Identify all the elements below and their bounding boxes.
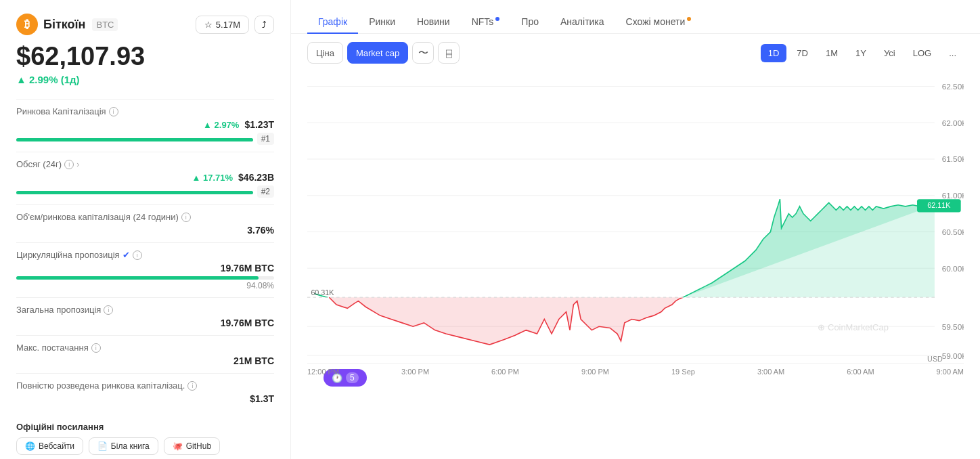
- line-chart-btn[interactable]: 〜: [412, 42, 434, 64]
- fdv-label: Повністю розведена ринкова капіталізац.: [16, 380, 185, 391]
- market-cap-info-icon[interactable]: i: [109, 107, 118, 116]
- tab-nfts[interactable]: NFTs: [461, 11, 511, 34]
- nfts-dot: [495, 17, 499, 21]
- period-all-btn[interactable]: Усі: [876, 44, 903, 62]
- share-icon: ⤴: [262, 20, 267, 30]
- candle-chart-icon: ⌸: [446, 47, 452, 59]
- vol-mcap-value: 3.76%: [247, 225, 274, 236]
- coin-logo: ₿: [16, 14, 38, 35]
- tab-analytics[interactable]: Аналітика: [550, 11, 615, 34]
- tab-news[interactable]: Новини: [406, 11, 461, 34]
- share-button[interactable]: ⤴: [254, 16, 274, 34]
- svg-text:62.00K: 62.00K: [942, 118, 964, 128]
- total-supply-value: 19.76M BTC: [221, 318, 274, 328]
- period-1m-btn[interactable]: 1M: [818, 44, 845, 62]
- whitepaper-label: Біла книга: [111, 441, 150, 451]
- github-icon: 🐙: [173, 441, 183, 451]
- svg-text:61.50K: 61.50K: [942, 154, 964, 164]
- tab-markets[interactable]: Ринки: [358, 11, 406, 34]
- star-icon: ☆: [204, 20, 213, 30]
- verified-icon: ✔: [122, 250, 130, 260]
- svg-text:61.00K: 61.00K: [942, 191, 964, 200]
- circ-supply-label: Циркуляційна пропозиція: [16, 250, 120, 260]
- website-label: Вебсайти: [39, 441, 74, 451]
- volume-label: Обсяг (24г): [16, 159, 62, 169]
- tab-grafik[interactable]: Графік: [307, 11, 358, 34]
- period-1d-btn[interactable]: 1D: [761, 44, 787, 62]
- svg-text:59.00K: 59.00K: [942, 351, 964, 361]
- price-main: $62,107.93: [16, 42, 274, 71]
- price-chart[interactable]: 62.50K 62.00K 61.50K 61.00K 60.50K 60.00…: [307, 72, 964, 363]
- vol-mcap-label: Об'єм/ринкова капіталізація (24 години): [16, 212, 179, 222]
- volume-change: ▲ 17.71%: [192, 173, 233, 183]
- chart-area: 62.50K 62.00K 61.50K 61.00K 60.50K 60.00…: [291, 72, 980, 459]
- period-7d-btn[interactable]: 7D: [789, 44, 816, 62]
- circ-supply-value: 19.76M BTC: [221, 263, 274, 274]
- circ-supply-info-icon[interactable]: i: [133, 250, 142, 260]
- total-supply-label: Загальна пропозиція: [16, 305, 101, 315]
- svg-text:62.50K: 62.50K: [942, 82, 964, 91]
- x-label-6pm: 6:00 PM: [491, 368, 519, 376]
- market-cap-type-btn[interactable]: Market cap: [347, 42, 408, 64]
- official-links-title: Офіційні посилання: [16, 422, 274, 432]
- x-label-6am: 6:00 AM: [847, 368, 874, 376]
- max-supply-value: 21M BTC: [233, 355, 274, 366]
- coin-name: Біткоїн: [43, 18, 85, 32]
- total-supply-info-icon[interactable]: i: [104, 305, 113, 315]
- whitepaper-link[interactable]: 📄 Біла книга: [89, 437, 158, 455]
- github-link[interactable]: 🐙 GitHub: [164, 437, 220, 455]
- price-type-btn[interactable]: Ціна: [307, 42, 343, 64]
- max-supply-info-icon[interactable]: i: [91, 343, 101, 353]
- similar-dot: [687, 17, 691, 21]
- coin-ticker: BTC: [92, 18, 118, 31]
- github-label: GitHub: [186, 441, 211, 451]
- svg-text:60.31K: 60.31K: [311, 288, 334, 297]
- x-label-9pm: 9:00 PM: [581, 368, 609, 376]
- globe-icon: 🌐: [25, 441, 35, 451]
- more-btn[interactable]: ...: [941, 44, 964, 62]
- watchlist-count: 5.17M: [216, 20, 240, 30]
- svg-text:60.00K: 60.00K: [942, 264, 964, 274]
- x-label-3am: 3:00 AM: [757, 368, 784, 376]
- circ-supply-progress: 94.08%: [16, 281, 274, 290]
- nav-tabs: Графік Ринки Новини NFTs Про Аналітика С…: [291, 0, 980, 34]
- candle-chart-btn[interactable]: ⌸: [438, 42, 460, 64]
- volume-chevron-icon[interactable]: ›: [76, 160, 79, 169]
- svg-text:59.50K: 59.50K: [942, 322, 964, 332]
- svg-text:60.50K: 60.50K: [942, 227, 964, 237]
- watchlist-button[interactable]: ☆ 5.17M: [196, 16, 249, 34]
- website-link[interactable]: 🌐 Вебсайти: [16, 437, 83, 455]
- log-btn[interactable]: LOG: [906, 44, 939, 62]
- volume-value: $46.23B: [238, 172, 274, 183]
- x-label-9am: 9:00 AM: [937, 368, 964, 376]
- x-label-12pm: 12:00 PM: [307, 368, 339, 376]
- vol-mcap-info-icon[interactable]: i: [181, 213, 191, 222]
- doc-icon: 📄: [97, 441, 108, 451]
- max-supply-label: Макс. постачання: [16, 343, 89, 353]
- svg-text:⊕ CoinMarketCap: ⊕ CoinMarketCap: [818, 322, 888, 332]
- fdv-info-icon[interactable]: i: [187, 381, 197, 391]
- market-cap-change: ▲ 2.97%: [203, 120, 239, 130]
- x-label-19sep: 19 Sep: [671, 368, 695, 376]
- line-chart-icon: 〜: [418, 47, 428, 60]
- tab-similar[interactable]: Схожі монети: [615, 11, 703, 34]
- volume-rank: #2: [257, 185, 274, 198]
- period-1y-btn[interactable]: 1Y: [848, 44, 874, 62]
- tab-about[interactable]: Про: [510, 11, 550, 34]
- x-label-3pm: 3:00 PM: [401, 368, 429, 376]
- price-change: ▲ 2.99% (1д): [16, 74, 274, 85]
- fdv-value: $1.3T: [250, 393, 274, 404]
- market-cap-rank: #1: [257, 133, 274, 145]
- market-cap-value: $1.23T: [244, 119, 274, 130]
- market-cap-label: Ринкова Капіталізація: [16, 106, 106, 116]
- svg-text:USD: USD: [927, 355, 943, 363]
- chart-container[interactable]: 62.50K 62.00K 61.50K 61.00K 60.50K 60.00…: [307, 72, 964, 363]
- svg-text:62.11K: 62.11K: [927, 201, 951, 209]
- volume-info-icon[interactable]: i: [64, 160, 74, 169]
